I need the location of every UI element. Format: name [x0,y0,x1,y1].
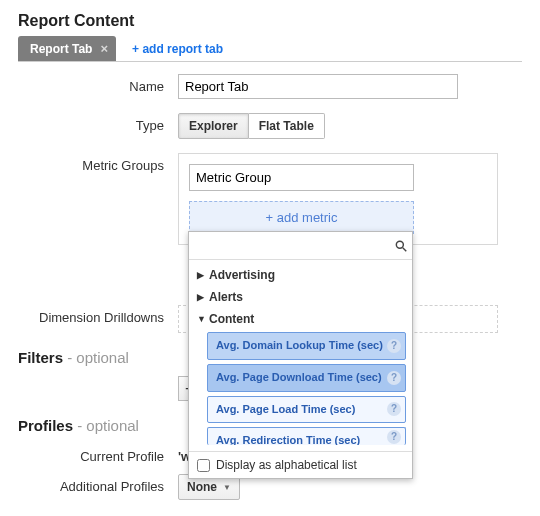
add-report-tab-link[interactable]: + add report tab [132,42,223,56]
metric-item[interactable]: Avg. Page Download Time (sec) ? [207,364,406,392]
chevron-right-icon: ▶ [197,292,207,302]
current-profile-label: Current Profile [18,444,178,464]
help-icon[interactable]: ? [387,430,401,444]
help-icon[interactable]: ? [387,371,401,385]
name-input[interactable] [178,74,458,99]
type-flat-table-button[interactable]: Flat Table [249,113,325,139]
dimension-label: Dimension Drilldowns [18,305,178,325]
chevron-down-icon: ▼ [223,483,231,492]
metric-list[interactable]: ▶ Advertising ▶ Alerts ▼ Content Avg. Do… [189,260,412,451]
tab-label: Report Tab [30,42,92,56]
type-toggle: Explorer Flat Table [178,113,522,139]
alphabetical-toggle[interactable]: Display as alphabetical list [189,451,412,478]
metric-dropdown: ▶ Advertising ▶ Alerts ▼ Content Avg. Do… [188,231,413,479]
svg-line-1 [403,247,407,251]
type-explorer-button[interactable]: Explorer [178,113,249,139]
help-icon[interactable]: ? [387,402,401,416]
additional-profiles-label: Additional Profiles [18,474,178,494]
search-icon[interactable] [394,239,408,253]
metric-search-input[interactable] [193,234,394,257]
type-label: Type [18,113,178,133]
category-advertising[interactable]: ▶ Advertising [189,264,412,286]
section-title: Report Content [18,12,522,30]
tab-row: Report Tab × + add report tab [18,36,522,62]
metric-item[interactable]: Avg. Domain Lookup Time (sec) ? [207,332,406,360]
alphabetical-checkbox[interactable] [197,459,210,472]
category-content[interactable]: ▼ Content [189,308,412,330]
tab-report[interactable]: Report Tab × [18,36,116,61]
help-icon[interactable]: ? [387,339,401,353]
svg-point-0 [396,241,403,248]
metric-group-name-input[interactable] [189,164,414,191]
close-icon[interactable]: × [100,41,108,56]
chevron-right-icon: ▶ [197,270,207,280]
category-alerts[interactable]: ▶ Alerts [189,286,412,308]
name-label: Name [18,74,178,94]
metric-item[interactable]: Avg. Redirection Time (sec) ? [207,427,406,445]
chevron-down-icon: ▼ [197,314,207,324]
metric-item[interactable]: Avg. Page Load Time (sec) ? [207,396,406,424]
add-metric-button[interactable]: + add metric [189,201,414,234]
metric-groups-label: Metric Groups [18,153,178,173]
